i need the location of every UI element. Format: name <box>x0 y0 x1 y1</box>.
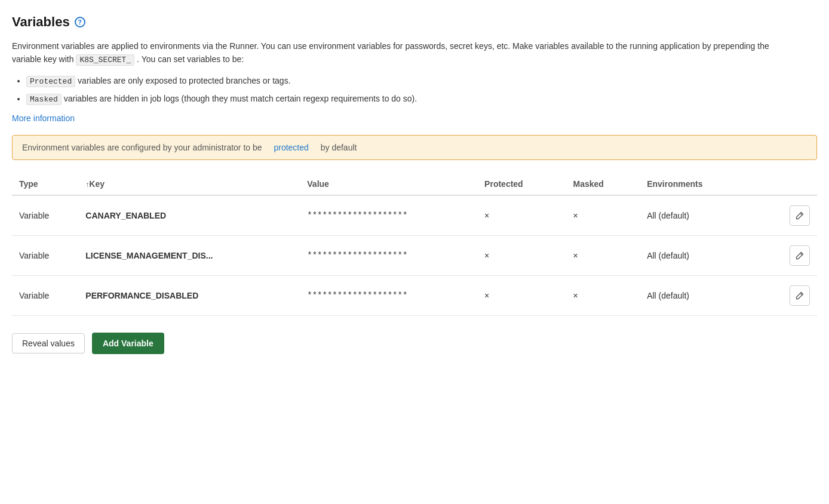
variables-description-list: Protected variables are only exposed to … <box>26 74 817 106</box>
alert-protected-link[interactable]: protected <box>274 143 308 152</box>
k8s-secret-code: K8S_SECRET_ <box>76 54 134 66</box>
cell-actions <box>773 275 817 315</box>
masked-text: variables are hidden in job logs (though… <box>62 94 417 103</box>
cell-environments: All (default) <box>640 195 773 236</box>
alert-banner: Environment variables are configured by … <box>12 135 817 160</box>
cell-protected: × <box>477 195 566 236</box>
reveal-values-button[interactable]: Reveal values <box>12 333 85 354</box>
table-row: Variable LICENSE_MANAGEMENT_DIS... *****… <box>12 235 817 275</box>
alert-text-before: Environment variables are configured by … <box>22 143 262 152</box>
edit-button-row-2[interactable] <box>790 285 810 306</box>
alert-text-after: by default <box>321 143 357 152</box>
cell-environments: All (default) <box>640 235 773 275</box>
cell-type: Variable <box>12 235 78 275</box>
description-part2: . You can set variables to be: <box>137 54 244 64</box>
cell-masked: × <box>566 195 640 236</box>
table-header-row: Type ↑ Key Value Protected Masked Enviro… <box>12 174 817 195</box>
cell-environments: All (default) <box>640 275 773 315</box>
variables-table-wrapper: Type ↑ Key Value Protected Masked Enviro… <box>12 174 817 316</box>
page-header: Variables ? <box>12 14 817 30</box>
cell-protected: × <box>477 275 566 315</box>
add-variable-button[interactable]: Add Variable <box>92 333 164 354</box>
cell-actions <box>773 195 817 236</box>
table-body: Variable CANARY_ENABLED ****************… <box>12 195 817 316</box>
description-text: Environment variables are applied to env… <box>12 39 788 67</box>
variables-table: Type ↑ Key Value Protected Masked Enviro… <box>12 174 817 316</box>
col-header-actions <box>773 174 817 195</box>
cell-key: CANARY_ENABLED <box>78 195 300 236</box>
cell-masked: × <box>566 235 640 275</box>
cell-value: ******************** <box>300 195 477 236</box>
cell-value: ******************** <box>300 275 477 315</box>
cell-masked: × <box>566 275 640 315</box>
cell-type: Variable <box>12 275 78 315</box>
edit-button-row-1[interactable] <box>790 245 810 266</box>
col-header-environments: Environments <box>640 174 773 195</box>
col-header-masked: Masked <box>566 174 640 195</box>
cell-value: ******************** <box>300 235 477 275</box>
actions-row: Reveal values Add Variable <box>12 330 817 354</box>
cell-key: LICENSE_MANAGEMENT_DIS... <box>78 235 300 275</box>
protected-code: Protected <box>26 76 75 87</box>
page-title: Variables <box>12 14 70 30</box>
cell-key: PERFORMANCE_DISABLED <box>78 275 300 315</box>
table-header: Type ↑ Key Value Protected Masked Enviro… <box>12 174 817 195</box>
edit-button-row-0[interactable] <box>790 205 810 226</box>
help-icon[interactable]: ? <box>75 17 85 27</box>
masked-code: Masked <box>26 94 62 105</box>
col-header-key[interactable]: ↑ Key <box>78 174 300 195</box>
protected-description: Protected variables are only exposed to … <box>26 74 817 88</box>
cell-protected: × <box>477 235 566 275</box>
cell-actions <box>773 235 817 275</box>
col-header-protected: Protected <box>477 174 566 195</box>
more-information-link[interactable]: More information <box>12 113 75 123</box>
table-row: Variable PERFORMANCE_DISABLED **********… <box>12 275 817 315</box>
col-header-value: Value <box>300 174 477 195</box>
protected-text: variables are only exposed to protected … <box>75 76 290 85</box>
cell-type: Variable <box>12 195 78 236</box>
table-row: Variable CANARY_ENABLED ****************… <box>12 195 817 236</box>
col-header-type: Type <box>12 174 78 195</box>
masked-description: Masked variables are hidden in job logs … <box>26 92 817 106</box>
